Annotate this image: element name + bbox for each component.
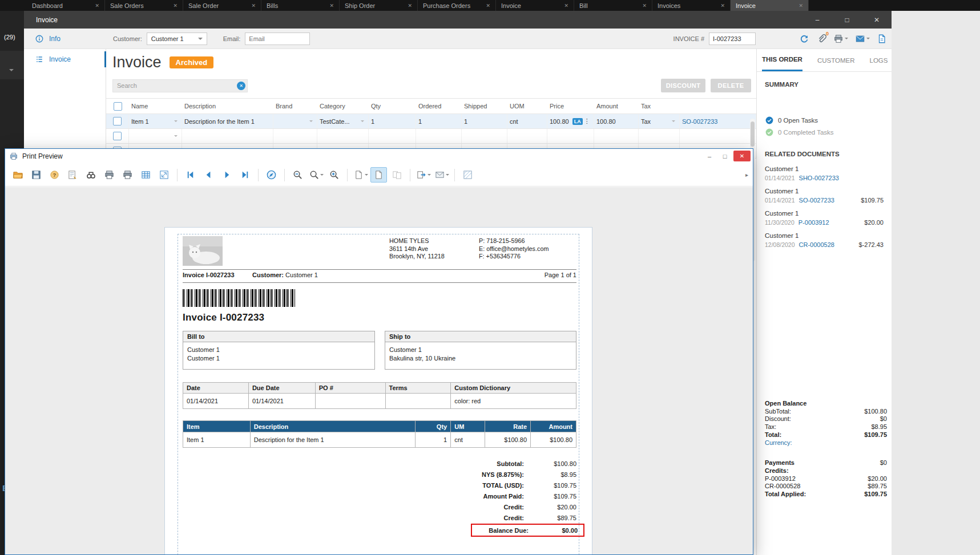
close-icon[interactable]: ✕ [642, 3, 647, 9]
grid-settings-button[interactable] [138, 167, 154, 183]
tab-logs[interactable]: LOGS [870, 49, 888, 71]
close-icon[interactable]: ✕ [173, 3, 178, 9]
document-link[interactable]: SO-0027233 [799, 196, 834, 205]
column-header[interactable]: Price [547, 99, 594, 114]
tab-bill[interactable]: Bill✕ [574, 0, 652, 11]
close-icon[interactable]: ✕ [798, 3, 803, 9]
tab-bills[interactable]: Bills✕ [261, 0, 340, 11]
row-menu-icon[interactable]: ⋮ [584, 118, 590, 125]
scrollbar-thumb[interactable] [751, 121, 755, 147]
clear-search-button[interactable]: ✕ [237, 82, 245, 90]
column-header[interactable]: Category [317, 99, 369, 114]
document-link[interactable]: P-0003912 [798, 218, 829, 227]
send-email-button[interactable] [855, 34, 870, 44]
close-icon[interactable]: ✕ [486, 3, 490, 9]
tab-purchase-orders[interactable]: Purchase Orders✕ [418, 0, 496, 11]
close-icon[interactable]: ✕ [408, 3, 412, 9]
discount-button[interactable]: DISCOUNT [661, 79, 705, 92]
column-header[interactable]: Qty [369, 99, 416, 114]
select-all-checkbox[interactable] [114, 102, 122, 111]
tab-sale-orders[interactable]: Sale Orders✕ [105, 0, 183, 11]
close-icon[interactable]: ✕ [329, 3, 334, 9]
edit-report-button[interactable] [64, 167, 81, 183]
chevron-down-icon[interactable] [309, 120, 313, 122]
first-page-button[interactable] [182, 167, 199, 183]
continuous-view-button[interactable] [370, 167, 387, 183]
table-row-empty[interactable] [106, 129, 756, 144]
email-button[interactable] [433, 167, 450, 183]
export-document-button[interactable] [877, 34, 887, 44]
search-input[interactable] [113, 80, 247, 92]
find-button[interactable] [83, 167, 99, 183]
watermark-button[interactable] [459, 167, 476, 183]
last-page-button[interactable] [237, 167, 253, 183]
nav-item-invoice[interactable]: Invoice [24, 49, 106, 70]
delete-button[interactable]: DELETE [711, 79, 751, 92]
row-checkbox[interactable] [113, 117, 122, 125]
minimize-button[interactable]: – [802, 11, 832, 29]
export-button[interactable] [415, 167, 431, 183]
close-icon[interactable]: ✕ [251, 3, 256, 9]
table-row[interactable]: Item 1 Description for the Item 1 TestCa… [106, 114, 756, 129]
attachments-button[interactable]: 0 [816, 34, 826, 44]
chevron-down-icon[interactable] [361, 120, 364, 122]
tab-customer[interactable]: CUSTOMER [817, 49, 855, 71]
open-button[interactable] [10, 167, 26, 183]
column-header[interactable]: Description [182, 99, 273, 114]
refresh-button[interactable] [799, 34, 809, 44]
preview-area[interactable]: HOME TYLES 3611 14th Ave Brooklyn, NY, 1… [5, 187, 753, 554]
tab-this-order[interactable]: THIS ORDER [762, 49, 802, 71]
column-header[interactable]: Brand [273, 99, 317, 114]
column-header[interactable]: Amount [594, 99, 639, 114]
page-setup-button[interactable] [352, 167, 369, 183]
chevron-down-icon[interactable] [174, 120, 178, 122]
tab-invoices[interactable]: Invoices✕ [652, 0, 731, 11]
tab-invoice-active[interactable]: Invoice✕ [731, 0, 809, 11]
column-header[interactable]: Name [129, 99, 182, 114]
maximize-button[interactable]: □ [832, 11, 862, 29]
help-button[interactable] [46, 167, 63, 183]
tab-invoice[interactable]: Invoice✕ [496, 0, 574, 11]
column-header[interactable]: Tax [639, 99, 680, 114]
fit-page-button[interactable] [156, 167, 172, 183]
invoice-number-field[interactable] [709, 33, 756, 45]
column-header[interactable]: Ordered [416, 99, 462, 114]
column-header[interactable]: UOM [507, 99, 547, 114]
close-button[interactable]: ✕ [733, 151, 751, 161]
document-link[interactable]: SHO-0027233 [799, 173, 839, 183]
document-link[interactable]: CR-0000528 [799, 240, 834, 249]
multipage-view-button[interactable] [389, 167, 405, 183]
sale-order-link[interactable]: SO-0027233 [682, 118, 717, 125]
quick-print-button[interactable] [119, 167, 136, 183]
zoom-out-button[interactable] [289, 167, 306, 183]
previous-page-button[interactable] [200, 167, 217, 183]
zoom-button[interactable] [308, 167, 324, 183]
next-page-button[interactable] [219, 167, 235, 183]
close-icon[interactable]: ✕ [564, 3, 568, 9]
close-button[interactable]: ✕ [862, 11, 892, 29]
tab-sale-order[interactable]: Sale Order✕ [183, 0, 261, 11]
nav-item-info[interactable]: Info [24, 29, 106, 49]
close-icon[interactable]: ✕ [95, 3, 99, 9]
tab-dashboard[interactable]: Dashboard✕ [27, 0, 105, 11]
row-checkbox[interactable] [113, 132, 122, 140]
maximize-button[interactable]: □ [718, 151, 732, 161]
chevron-down-icon[interactable] [174, 135, 178, 137]
chevron-down-icon[interactable] [672, 120, 675, 122]
close-icon[interactable]: ✕ [720, 3, 725, 9]
completed-tasks-row[interactable]: 0 Completed Tasks [765, 126, 892, 138]
zoom-in-button[interactable] [326, 167, 342, 183]
print-button[interactable] [101, 167, 118, 183]
column-header[interactable]: Shipped [462, 99, 507, 114]
minimize-button[interactable]: – [703, 151, 716, 161]
save-button[interactable] [28, 167, 45, 183]
tab-ship-order[interactable]: Ship Order✕ [340, 0, 418, 11]
navigator-button[interactable] [263, 167, 280, 183]
customer-select[interactable]: Customer 1 [147, 33, 207, 45]
currency-link[interactable]: Currency: [765, 439, 792, 446]
open-tasks-row[interactable]: 0 Open Tasks [765, 114, 892, 126]
chevron-down-icon[interactable] [9, 69, 14, 71]
email-field[interactable] [245, 33, 310, 45]
print-button[interactable] [833, 34, 848, 44]
toolbar-overflow-button[interactable]: ▸ [745, 172, 748, 178]
